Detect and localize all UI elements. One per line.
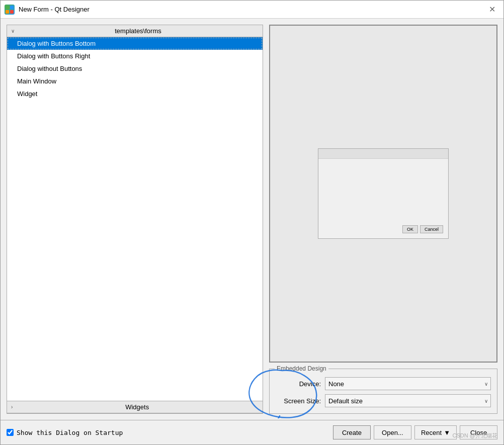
- embedded-design-group: Embedded Design Device: None ∨ Screen Si…: [269, 369, 497, 414]
- screen-size-select[interactable]: Default size320x240640x480800x600: [325, 394, 491, 407]
- recent-button[interactable]: Recent ▼: [414, 425, 457, 439]
- app-icon: [5, 5, 15, 15]
- open-button[interactable]: Open...: [374, 425, 411, 439]
- create-button[interactable]: Create: [333, 425, 371, 439]
- window-close-button[interactable]: ✕: [484, 2, 499, 17]
- recent-label: Recent: [421, 429, 442, 436]
- widgets-chevron: ›: [11, 404, 13, 410]
- bottom-bar: Show this Dialog on Startup Create Open.…: [1, 420, 503, 444]
- svg-rect-1: [10, 6, 14, 9]
- device-label: Device:: [276, 380, 321, 388]
- preview-cancel-btn: Cancel: [420, 225, 443, 233]
- title-bar-left: New Form - Qt Designer: [5, 5, 90, 15]
- checkbox-area: Show this Dialog on Startup: [7, 429, 333, 436]
- svg-rect-0: [6, 6, 10, 10]
- template-item-4[interactable]: Widget: [7, 87, 263, 100]
- recent-dropdown-arrow: ▼: [444, 429, 450, 436]
- device-row: Device: None ∨: [276, 377, 491, 390]
- device-select[interactable]: None: [325, 377, 491, 390]
- preview-dialog-buttons: OK Cancel: [402, 225, 443, 233]
- watermark: CSDN @介北烟花: [453, 432, 497, 439]
- template-list: Dialog with Buttons Bottom Dialog with B…: [7, 37, 263, 401]
- preview-area: OK Cancel: [269, 25, 497, 363]
- preview-dialog-titlebar: [318, 149, 448, 159]
- templates-header-label: templates\forms: [18, 27, 259, 35]
- right-panel: OK Cancel Embedded Design Device: None ∨…: [269, 25, 497, 414]
- left-panel: ∨ templates\forms Dialog with Buttons Bo…: [7, 25, 263, 414]
- svg-rect-2: [6, 10, 9, 14]
- template-item-0[interactable]: Dialog with Buttons Bottom: [7, 37, 263, 50]
- widgets-header-label: Widgets: [16, 403, 259, 411]
- window-title: New Form - Qt Designer: [19, 6, 90, 13]
- main-content: ∨ templates\forms Dialog with Buttons Bo…: [1, 19, 503, 420]
- device-select-wrapper: None ∨: [325, 377, 491, 390]
- title-bar: New Form - Qt Designer ✕: [1, 1, 503, 19]
- screen-size-select-wrapper: Default size320x240640x480800x600 ∨: [325, 394, 491, 407]
- svg-rect-3: [10, 10, 14, 14]
- template-item-3[interactable]: Main Window: [7, 75, 263, 87]
- template-item-2[interactable]: Dialog without Buttons: [7, 62, 263, 75]
- template-item-1[interactable]: Dialog with Buttons Right: [7, 50, 263, 62]
- startup-checkbox-label: Show this Dialog on Startup: [17, 429, 123, 436]
- preview-dialog: OK Cancel: [318, 148, 449, 239]
- widgets-header[interactable]: › Widgets: [7, 401, 263, 413]
- screen-size-label: Screen Size:: [276, 397, 321, 405]
- screen-size-row: Screen Size: Default size320x240640x4808…: [276, 394, 491, 407]
- templates-header[interactable]: ∨ templates\forms: [7, 25, 263, 37]
- startup-checkbox[interactable]: [7, 429, 14, 436]
- embedded-design-label: Embedded Design: [275, 365, 328, 372]
- preview-ok-btn: OK: [402, 225, 418, 233]
- main-window: New Form - Qt Designer ✕ ∨ templates\for…: [0, 0, 504, 445]
- templates-chevron: ∨: [11, 28, 15, 34]
